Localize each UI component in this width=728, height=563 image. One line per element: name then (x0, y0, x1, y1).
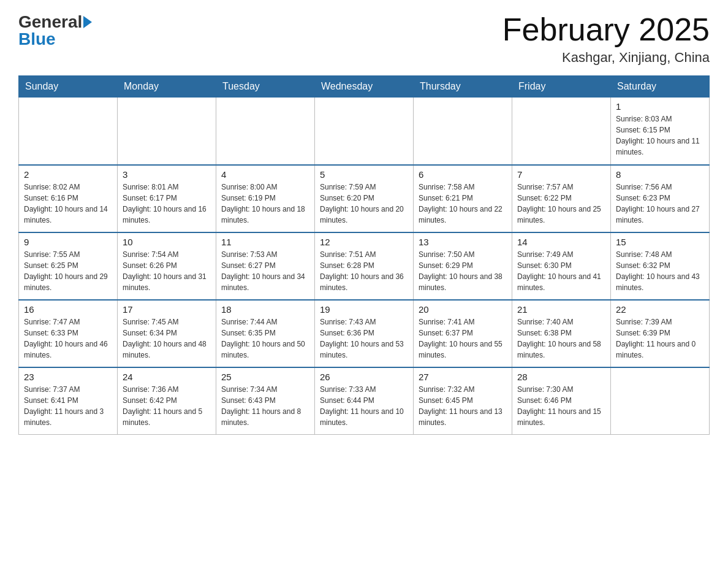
day-info: Sunrise: 7:36 AMSunset: 6:42 PMDaylight:… (123, 384, 211, 428)
day-info: Sunrise: 7:41 AMSunset: 6:37 PMDaylight:… (419, 316, 507, 361)
day-info: Sunrise: 7:47 AMSunset: 6:33 PMDaylight:… (24, 316, 112, 361)
day-number: 4 (221, 169, 309, 180)
day-number: 7 (517, 169, 605, 180)
day-number: 22 (616, 304, 704, 315)
day-number: 9 (24, 237, 112, 247)
calendar-cell: 3Sunrise: 8:01 AMSunset: 6:17 PMDaylight… (118, 165, 216, 232)
calendar-cell: 13Sunrise: 7:50 AMSunset: 6:29 PMDayligh… (414, 232, 512, 300)
calendar-cell: 28Sunrise: 7:30 AMSunset: 6:46 PMDayligh… (512, 367, 611, 435)
calendar-week-row: 9Sunrise: 7:55 AMSunset: 6:25 PMDaylight… (19, 232, 710, 300)
calendar-cell (512, 98, 611, 165)
day-number: 26 (320, 372, 408, 382)
calendar-cell: 11Sunrise: 7:53 AMSunset: 6:27 PMDayligh… (216, 232, 315, 300)
calendar-cell: 22Sunrise: 7:39 AMSunset: 6:39 PMDayligh… (611, 300, 710, 367)
month-title: February 2025 (502, 12, 710, 47)
day-number: 17 (123, 304, 211, 315)
calendar-cell: 19Sunrise: 7:43 AMSunset: 6:36 PMDayligh… (315, 300, 414, 367)
calendar-cell: 26Sunrise: 7:33 AMSunset: 6:44 PMDayligh… (315, 367, 414, 435)
day-info: Sunrise: 8:00 AMSunset: 6:19 PMDaylight:… (221, 182, 309, 226)
day-info: Sunrise: 7:49 AMSunset: 6:30 PMDaylight:… (517, 249, 605, 293)
calendar-cell (216, 98, 315, 165)
day-info: Sunrise: 7:51 AMSunset: 6:28 PMDaylight:… (320, 249, 408, 293)
weekday-header-row: Sunday Monday Tuesday Wednesday Thursday… (19, 76, 710, 98)
logo-blue-text: Blue (18, 29, 56, 49)
calendar-cell: 17Sunrise: 7:45 AMSunset: 6:34 PMDayligh… (118, 300, 216, 367)
day-number: 20 (419, 304, 507, 315)
day-info: Sunrise: 8:01 AMSunset: 6:17 PMDaylight:… (123, 182, 211, 226)
day-number: 1 (616, 101, 704, 112)
day-number: 11 (221, 237, 309, 247)
day-number: 2 (24, 169, 112, 180)
header-tuesday: Tuesday (216, 76, 315, 98)
header-sunday: Sunday (19, 76, 118, 98)
day-info: Sunrise: 7:48 AMSunset: 6:32 PMDaylight:… (616, 249, 704, 293)
calendar-cell: 25Sunrise: 7:34 AMSunset: 6:43 PMDayligh… (216, 367, 315, 435)
day-info: Sunrise: 7:50 AMSunset: 6:29 PMDaylight:… (419, 249, 507, 293)
location-subtitle: Kashgar, Xinjiang, China (502, 50, 710, 66)
day-number: 18 (221, 304, 309, 315)
logo: General Blue (18, 12, 93, 49)
calendar-cell: 7Sunrise: 7:57 AMSunset: 6:22 PMDaylight… (512, 165, 611, 232)
day-info: Sunrise: 7:58 AMSunset: 6:21 PMDaylight:… (419, 182, 507, 226)
calendar-cell (414, 98, 512, 165)
calendar-cell (118, 98, 216, 165)
day-info: Sunrise: 7:33 AMSunset: 6:44 PMDaylight:… (320, 384, 408, 428)
day-info: Sunrise: 7:30 AMSunset: 6:46 PMDaylight:… (517, 384, 605, 428)
calendar-cell: 18Sunrise: 7:44 AMSunset: 6:35 PMDayligh… (216, 300, 315, 367)
calendar-cell: 16Sunrise: 7:47 AMSunset: 6:33 PMDayligh… (19, 300, 118, 367)
day-info: Sunrise: 7:32 AMSunset: 6:45 PMDaylight:… (419, 384, 507, 428)
day-info: Sunrise: 7:54 AMSunset: 6:26 PMDaylight:… (123, 249, 211, 293)
day-number: 13 (419, 237, 507, 247)
day-number: 10 (123, 237, 211, 247)
day-number: 25 (221, 372, 309, 382)
day-number: 21 (517, 304, 605, 315)
day-info: Sunrise: 7:55 AMSunset: 6:25 PMDaylight:… (24, 249, 112, 293)
calendar-cell: 14Sunrise: 7:49 AMSunset: 6:30 PMDayligh… (512, 232, 611, 300)
page-header: General Blue February 2025 Kashgar, Xinj… (18, 12, 710, 66)
day-info: Sunrise: 7:56 AMSunset: 6:23 PMDaylight:… (616, 182, 704, 226)
day-number: 28 (517, 372, 605, 382)
day-info: Sunrise: 7:43 AMSunset: 6:36 PMDaylight:… (320, 316, 408, 361)
calendar-week-row: 2Sunrise: 8:02 AMSunset: 6:16 PMDaylight… (19, 165, 710, 232)
day-info: Sunrise: 8:02 AMSunset: 6:16 PMDaylight:… (24, 182, 112, 226)
day-number: 12 (320, 237, 408, 247)
day-info: Sunrise: 7:59 AMSunset: 6:20 PMDaylight:… (320, 182, 408, 226)
calendar-cell: 9Sunrise: 7:55 AMSunset: 6:25 PMDaylight… (19, 232, 118, 300)
day-number: 15 (616, 237, 704, 247)
header-thursday: Thursday (414, 76, 512, 98)
calendar-week-row: 1Sunrise: 8:03 AMSunset: 6:15 PMDaylight… (19, 98, 710, 165)
day-info: Sunrise: 7:34 AMSunset: 6:43 PMDaylight:… (221, 384, 309, 428)
calendar-cell: 5Sunrise: 7:59 AMSunset: 6:20 PMDaylight… (315, 165, 414, 232)
day-number: 5 (320, 169, 408, 180)
day-number: 3 (123, 169, 211, 180)
day-number: 14 (517, 237, 605, 247)
calendar-cell: 6Sunrise: 7:58 AMSunset: 6:21 PMDaylight… (414, 165, 512, 232)
calendar-week-row: 16Sunrise: 7:47 AMSunset: 6:33 PMDayligh… (19, 300, 710, 367)
day-number: 23 (24, 372, 112, 382)
day-info: Sunrise: 7:39 AMSunset: 6:39 PMDaylight:… (616, 316, 704, 361)
header-wednesday: Wednesday (315, 76, 414, 98)
calendar-cell (19, 98, 118, 165)
day-info: Sunrise: 8:03 AMSunset: 6:15 PMDaylight:… (616, 113, 704, 158)
calendar-cell: 15Sunrise: 7:48 AMSunset: 6:32 PMDayligh… (611, 232, 710, 300)
calendar-cell (315, 98, 414, 165)
header-saturday: Saturday (611, 76, 710, 98)
day-number: 19 (320, 304, 408, 315)
day-number: 16 (24, 304, 112, 315)
header-monday: Monday (118, 76, 216, 98)
calendar-cell: 8Sunrise: 7:56 AMSunset: 6:23 PMDaylight… (611, 165, 710, 232)
logo-arrow-icon (83, 16, 92, 28)
calendar-cell: 24Sunrise: 7:36 AMSunset: 6:42 PMDayligh… (118, 367, 216, 435)
calendar-table: Sunday Monday Tuesday Wednesday Thursday… (18, 75, 710, 435)
calendar-cell: 12Sunrise: 7:51 AMSunset: 6:28 PMDayligh… (315, 232, 414, 300)
day-info: Sunrise: 7:53 AMSunset: 6:27 PMDaylight:… (221, 249, 309, 293)
calendar-cell: 1Sunrise: 8:03 AMSunset: 6:15 PMDaylight… (611, 98, 710, 165)
day-number: 27 (419, 372, 507, 382)
calendar-cell (611, 367, 710, 435)
calendar-cell: 21Sunrise: 7:40 AMSunset: 6:38 PMDayligh… (512, 300, 611, 367)
day-info: Sunrise: 7:37 AMSunset: 6:41 PMDaylight:… (24, 384, 112, 428)
day-info: Sunrise: 7:44 AMSunset: 6:35 PMDaylight:… (221, 316, 309, 361)
calendar-cell: 4Sunrise: 8:00 AMSunset: 6:19 PMDaylight… (216, 165, 315, 232)
calendar-cell: 20Sunrise: 7:41 AMSunset: 6:37 PMDayligh… (414, 300, 512, 367)
day-info: Sunrise: 7:45 AMSunset: 6:34 PMDaylight:… (123, 316, 211, 361)
